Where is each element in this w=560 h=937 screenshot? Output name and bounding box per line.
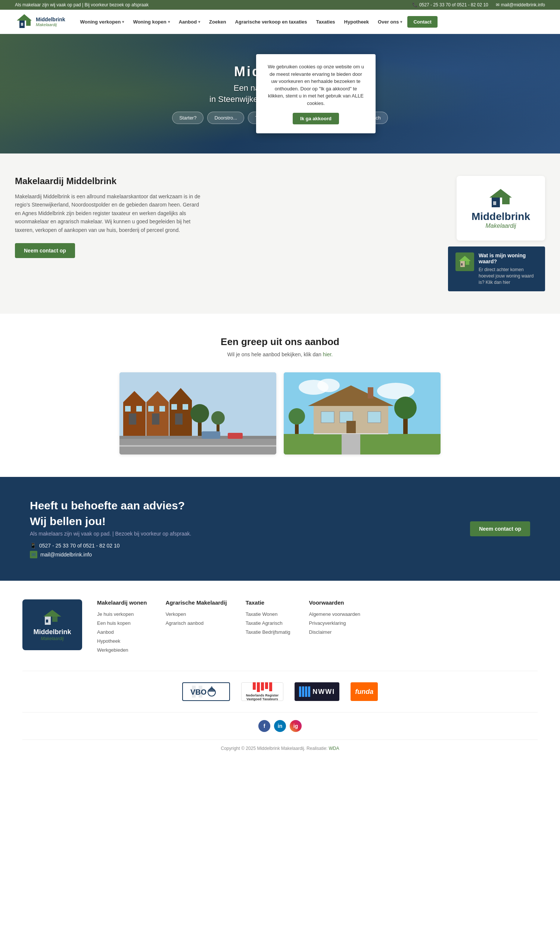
- footer-link-werkgebieden[interactable]: Werkgebieden: [97, 647, 128, 653]
- partner-nwwi[interactable]: NWWI: [295, 682, 339, 701]
- footer-col-wonen: Makelaardij wonen Je huis verkopen Een h…: [97, 599, 147, 656]
- aanbod-title: Een greep uit ons aanbod: [15, 336, 545, 348]
- cookie-accept-button[interactable]: Ik ga akkoord: [293, 113, 339, 125]
- topbar-phone[interactable]: 📞 0527 - 25 33 70 of 0521 - 82 02 10: [412, 2, 488, 8]
- chevron-down-icon: ▾: [198, 20, 200, 24]
- svg-rect-47: [346, 421, 356, 434]
- nav-logo[interactable]: Middelbrink Makelaardij: [15, 12, 65, 31]
- svg-rect-57: [52, 617, 57, 622]
- cta-subtitle: Als makelaars zijn wij vaak op pad. | Be…: [30, 531, 191, 537]
- footer-col-wonen-title: Makelaardij wonen: [97, 599, 147, 606]
- nav-woning-verkopen[interactable]: Woning verkopen ▾: [77, 16, 128, 28]
- footer-col-agrarisch-title: Agrarische Makelaardij: [165, 599, 227, 606]
- social-facebook[interactable]: f: [258, 720, 270, 732]
- property-card-2[interactable]: [284, 372, 440, 454]
- email-icon: ✉: [30, 551, 37, 559]
- email-symbol: ✉: [496, 2, 500, 8]
- svg-rect-10: [466, 261, 469, 265]
- woning-widget-text: Wat is mijn woning waard? Er direct acht…: [478, 252, 538, 285]
- chevron-down-icon: ▾: [122, 20, 124, 24]
- nav-over-ons[interactable]: Over ons ▾: [374, 16, 406, 28]
- partner-nrvt[interactable]: Nederlands Register Vastgoed Taxateurs: [241, 682, 284, 701]
- cta-section: Heeft u behoefte aan advies? Wij bellen …: [0, 477, 560, 581]
- cta-title-2: Wij bellen jou!: [30, 515, 191, 528]
- footer-wda-link[interactable]: WDA: [329, 746, 339, 751]
- svg-marker-4: [489, 189, 512, 198]
- svg-rect-58: [46, 620, 48, 623]
- nav-hypotheek[interactable]: Hypotheek: [340, 16, 372, 28]
- footer-link-tax-wonen[interactable]: Taxatie Wonen: [246, 611, 278, 617]
- aanbod-link[interactable]: hier.: [323, 351, 332, 357]
- woning-widget[interactable]: Wat is mijn woning waard? Er direct acht…: [448, 246, 545, 291]
- property-image-1: [120, 372, 276, 454]
- footer-link-tax-agrarisch[interactable]: Taxatie Agrarisch: [246, 620, 283, 626]
- widget-title: Wat is mijn woning waard?: [478, 252, 538, 265]
- footer-partners: VBO Nederlands Register Vastgoed Taxateu…: [22, 671, 538, 712]
- svg-rect-27: [171, 404, 177, 410]
- footer-col-agrarisch-links: Verkopen Agrarisch aanbod: [165, 611, 227, 626]
- svg-rect-48: [368, 387, 373, 398]
- svg-point-40: [377, 383, 414, 399]
- svg-rect-6: [502, 198, 509, 204]
- footer-link-kopen[interactable]: Een huis kopen: [97, 620, 131, 626]
- nav-agrarisch[interactable]: Agrarische verkoop en taxaties: [231, 16, 311, 28]
- partner-funda[interactable]: funda: [351, 682, 378, 701]
- logo-icon: [15, 12, 34, 31]
- cta-email[interactable]: ✉ mail@middelbrink.info: [30, 551, 191, 559]
- cta-left: Heeft u behoefte aan advies? Wij bellen …: [30, 499, 191, 559]
- hero-btn-starter[interactable]: Starter?: [172, 112, 203, 124]
- footer-logo-sub: Makelaardij: [30, 636, 75, 641]
- about-cta-button[interactable]: Neem contact op: [15, 243, 75, 258]
- svg-point-32: [211, 411, 225, 425]
- about-logo-box: Middelbrink Makelaardij: [457, 176, 545, 240]
- nav-zoeken[interactable]: Zoeken: [205, 16, 230, 28]
- hero-btn-doorstro[interactable]: Doorstro...: [207, 112, 244, 124]
- property-card-1[interactable]: [120, 372, 276, 454]
- footer-link-ag-verkopen[interactable]: Verkopen: [165, 611, 186, 617]
- main-nav: Middelbrink Makelaardij Woning verkopen …: [0, 10, 560, 34]
- svg-rect-18: [136, 406, 142, 412]
- footer-link-disclaimer[interactable]: Disclaimer: [309, 629, 332, 635]
- svg-rect-3: [21, 23, 23, 26]
- footer-col-voorwaarden: Voorwaarden Algemene voorwaarden Privacy…: [309, 599, 360, 656]
- footer-col-voorwaarden-title: Voorwaarden: [309, 599, 360, 606]
- social-instagram[interactable]: ig: [290, 720, 302, 732]
- svg-rect-21: [152, 414, 159, 425]
- cta-phone[interactable]: 📱 0527 - 25 33 70 of 0521 - 82 02 10: [30, 543, 191, 549]
- cookie-text: We gebruiken cookies op onze website om …: [266, 63, 365, 107]
- footer-cols: Makelaardij wonen Je huis verkopen Een h…: [97, 599, 538, 656]
- phone-icon: 📱: [30, 543, 36, 549]
- svg-rect-2: [26, 20, 31, 26]
- footer-link-algemeen[interactable]: Algemene voorwaarden: [309, 611, 360, 617]
- about-section: Makelaardij Middelbrink Makelaardij Midd…: [0, 154, 560, 314]
- nav-woning-kopen[interactable]: Woning kopen ▾: [129, 16, 173, 28]
- cta-button[interactable]: Neem contact op: [470, 522, 530, 536]
- nav-aanbod[interactable]: Aanbod ▾: [175, 16, 204, 28]
- topbar-left: Als makelaar zijn wij vaak op pad | Bij …: [15, 2, 149, 8]
- property-image-2: [284, 372, 440, 454]
- footer-social: f in ig: [22, 720, 538, 732]
- svg-rect-33: [202, 431, 220, 439]
- topbar-email[interactable]: ✉ mail@middelbrink.info: [496, 2, 545, 8]
- svg-rect-11: [461, 263, 463, 266]
- footer-link-tax-bedrijf[interactable]: Taxatie Bedrijfsmatig: [246, 629, 291, 635]
- footer-link-ag-aanbod[interactable]: Agrarisch aanbod: [165, 620, 203, 626]
- partner-vbo[interactable]: VBO: [182, 682, 230, 701]
- footer-link-verkopen[interactable]: Je huis verkopen: [97, 611, 134, 617]
- footer-link-aanbod[interactable]: Aanbod: [97, 629, 114, 635]
- nav-logo-sub: Makelaardij: [36, 22, 65, 27]
- footer-link-hypotheek[interactable]: Hypotheek: [97, 638, 120, 644]
- nav-contact-button[interactable]: Contact: [407, 16, 437, 28]
- svg-rect-26: [175, 414, 183, 425]
- svg-rect-41: [284, 434, 440, 454]
- svg-rect-22: [148, 406, 154, 412]
- about-logo-text: Middelbrink: [472, 211, 530, 223]
- aanbod-subtitle: Wil je ons hele aanbod bekijken, klik da…: [15, 351, 545, 357]
- cta-title-1: Heeft u behoefte aan advies?: [30, 499, 191, 512]
- nav-taxaties[interactable]: Taxaties: [312, 16, 339, 28]
- footer-link-privacy[interactable]: Privacyverklaring: [309, 620, 346, 626]
- svg-point-39: [317, 378, 340, 392]
- svg-marker-0: [17, 14, 32, 20]
- social-linkedin[interactable]: in: [274, 720, 286, 732]
- cookie-banner: We gebruiken cookies op onze website om …: [256, 54, 375, 133]
